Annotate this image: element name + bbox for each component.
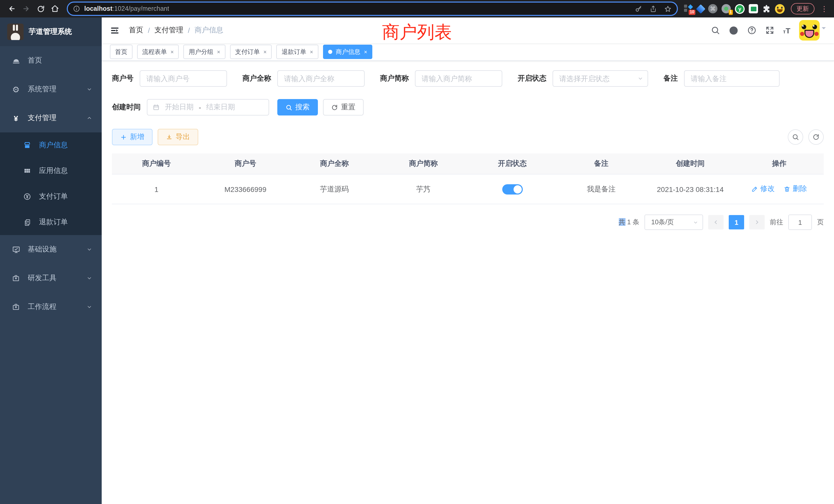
filter-row-2: 创建时间 开始日期 - 结束日期 [112,99,824,115]
font-size-icon[interactable]: тT [783,26,790,35]
sidebar-item-refund-order[interactable]: 退款订单 [0,209,102,235]
github-icon[interactable] [729,25,739,35]
tags-view: 首页 流程表单× 用户分组× 支付订单× 退款订单× 商户信息× [102,43,834,61]
close-icon[interactable]: × [310,49,313,55]
avatar-caret-icon[interactable] [822,27,826,31]
tab-refund-order[interactable]: 退款订单× [277,45,319,59]
help-icon[interactable] [747,26,756,35]
browser-forward-button[interactable] [20,2,33,16]
toggle-search-button[interactable] [788,129,803,145]
sidebar-item-workflow[interactable]: 工作流程 [0,293,102,321]
date-range-picker[interactable]: 开始日期 - 结束日期 [147,99,269,115]
delete-link[interactable]: 删除 [784,184,807,194]
screen: localhost:1024/pay/merchant 10 ⌘ [0,0,834,504]
reset-button[interactable]: 重置 [323,99,364,115]
sidebar-item-pay[interactable]: ¥ 支付管理 [0,104,102,132]
close-icon[interactable]: × [263,49,267,55]
browser-back-button[interactable] [5,2,19,16]
extension-grid-icon[interactable]: 10 [684,4,693,13]
page-number-1[interactable]: 1 [729,215,744,229]
refresh-table-button[interactable] [808,129,824,145]
search-button[interactable]: 搜索 [277,99,318,115]
kite-extension-icon[interactable] [697,5,704,12]
cell-short-name: 芋艿 [379,174,468,204]
sidebar-item-system[interactable]: ⚙ 系统管理 [0,75,102,104]
browser-update-button[interactable]: 更新 [791,3,814,14]
tab-merchant-info[interactable]: 商户信息× [323,45,373,59]
command-extension-icon[interactable]: ⌘ [708,4,718,13]
browser-home-button[interactable] [48,2,62,16]
status-toggle[interactable] [502,184,523,194]
date-start-placeholder: 开始日期 [165,102,194,112]
goto-page-input[interactable] [788,214,812,230]
breadcrumb-pay[interactable]: 支付管理 [155,26,183,35]
recorder-extension-icon[interactable]: 1 [722,4,731,13]
table-row: 1 M233666999 芋道源码 芋艿 我是备注 2021-10-23 08:… [112,174,824,204]
fullscreen-icon[interactable] [765,26,774,35]
col-merchant-index: 商户编号 [112,154,201,174]
extension-badge: 10 [689,10,695,15]
cell-actions: 修改 删除 [735,174,824,204]
status-select[interactable] [553,70,648,87]
trash-icon [784,186,791,192]
sidebar-collapse-icon[interactable] [110,25,120,35]
breadcrumb-current: 商户信息 [195,26,223,35]
sidebar-item-label: 应用信息 [39,166,68,176]
close-icon[interactable]: × [217,49,220,55]
sidebar-item-pay-order[interactable]: 支付订单 [0,184,102,209]
user-avatar[interactable] [799,20,820,41]
header-search-icon[interactable] [711,26,720,35]
add-button[interactable]: 新增 [112,129,153,145]
tab-process-form[interactable]: 流程表单× [137,45,179,59]
breadcrumb-home[interactable]: 首页 [129,26,143,35]
remark-input[interactable] [684,70,780,87]
yen-icon: ¥ [11,114,21,122]
sidebar: 芋道管理系统 首页 ⚙ 系统管理 ¥ 支付管理 [0,18,102,504]
sidebar-item-infra[interactable]: 基础设施 [0,235,102,264]
close-icon[interactable]: × [364,49,368,55]
browser-menu-icon[interactable]: ⋮ [821,5,828,13]
full-name-input[interactable] [277,70,365,87]
password-key-icon[interactable] [635,5,642,13]
cell-full-name: 芋道源码 [290,174,379,204]
cell-remark: 我是备注 [557,174,646,204]
page-content: 商户号 商户全称 商户简称 开启状态 [102,61,834,504]
close-icon[interactable]: × [171,49,174,55]
sidebar-item-label: 商户信息 [39,141,68,150]
col-actions: 操作 [735,154,824,174]
cell-index: 1 [112,174,201,204]
sidebar-item-home[interactable]: 首页 [0,46,102,75]
url-text: localhost:1024/pay/merchant [84,5,169,12]
short-name-input[interactable] [415,70,502,87]
plus-icon [120,134,127,140]
merchant-no-label: 商户号 [112,74,133,83]
merchant-no-input[interactable] [140,70,227,87]
tab-pay-order[interactable]: 支付订单× [230,45,272,59]
bookmark-star-icon[interactable] [664,5,672,13]
tab-home[interactable]: 首页 [110,45,132,59]
share-icon[interactable] [650,5,657,13]
sidebar-item-label: 退款订单 [39,217,68,227]
sidebar-item-merchant-info[interactable]: 商户信息 [0,132,102,158]
edit-link[interactable]: 修改 [751,184,775,194]
prev-page-button[interactable] [708,215,724,229]
logo-rabbit-image [7,24,24,40]
short-name-label: 商户简称 [380,74,409,83]
browser-reload-button[interactable] [34,2,47,16]
address-bar[interactable]: localhost:1024/pay/merchant [67,2,678,16]
profile-avatar[interactable] [775,4,785,14]
extensions-puzzle-icon[interactable] [762,4,771,13]
chevron-down-icon [86,246,92,253]
tab-user-group[interactable]: 用户分组× [183,45,225,59]
export-button[interactable]: 导出 [158,129,198,145]
sidebar-item-dev-tools[interactable]: 研发工具 [0,264,102,293]
green-extension-icon[interactable] [749,4,758,13]
y-extension-icon[interactable]: y [735,4,745,14]
sidebar-logo[interactable]: 芋道管理系统 [0,18,102,46]
page-size-select[interactable]: 10条/页 [644,214,703,230]
next-page-button[interactable] [749,215,765,229]
col-short-name: 商户简称 [379,154,468,174]
page-info-icon[interactable] [73,5,80,12]
sidebar-item-app-info[interactable]: 应用信息 [0,158,102,184]
gear-icon: ⚙ [11,85,21,94]
